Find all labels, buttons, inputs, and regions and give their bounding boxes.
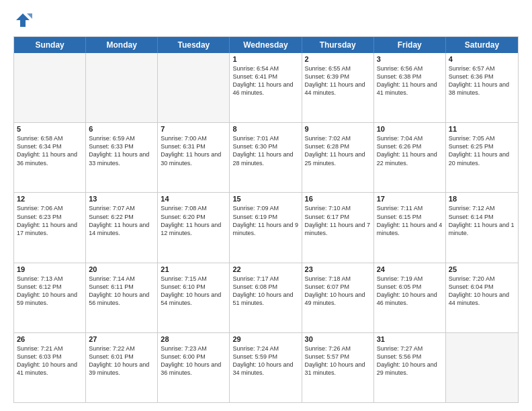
- calendar-cell: 15Sunrise: 7:09 AM Sunset: 6:19 PM Dayli…: [230, 193, 302, 262]
- day-number: 1: [232, 55, 298, 63]
- calendar-cell: 19Sunrise: 7:13 AM Sunset: 6:12 PM Dayli…: [14, 263, 86, 332]
- day-number: 11: [449, 125, 515, 133]
- day-number: 20: [89, 265, 154, 273]
- cell-info: Sunrise: 7:26 AM Sunset: 5:57 PM Dayligh…: [305, 345, 371, 377]
- day-number: 19: [17, 265, 83, 273]
- calendar-cell: 7Sunrise: 7:00 AM Sunset: 6:31 PM Daylig…: [158, 123, 230, 192]
- calendar-cell: 20Sunrise: 7:14 AM Sunset: 6:11 PM Dayli…: [86, 263, 158, 332]
- calendar-cell: 12Sunrise: 7:06 AM Sunset: 6:23 PM Dayli…: [14, 193, 86, 262]
- day-number: 9: [305, 125, 371, 133]
- cell-info: Sunrise: 7:08 AM Sunset: 6:20 PM Dayligh…: [161, 204, 226, 237]
- calendar-cell: 10Sunrise: 7:04 AM Sunset: 6:26 PM Dayli…: [374, 123, 446, 192]
- cell-info: Sunrise: 7:12 AM Sunset: 6:14 PM Dayligh…: [449, 204, 515, 237]
- weekday-header: Saturday: [446, 37, 518, 53]
- cell-info: Sunrise: 7:20 AM Sunset: 6:04 PM Dayligh…: [449, 275, 515, 308]
- cell-info: Sunrise: 7:05 AM Sunset: 6:25 PM Dayligh…: [449, 134, 515, 167]
- day-number: 12: [17, 195, 83, 203]
- cell-info: Sunrise: 7:27 AM Sunset: 5:56 PM Dayligh…: [377, 345, 443, 377]
- day-number: 6: [89, 125, 154, 133]
- calendar-cell: 17Sunrise: 7:11 AM Sunset: 6:15 PM Dayli…: [374, 193, 446, 262]
- calendar-row: 19Sunrise: 7:13 AM Sunset: 6:12 PM Dayli…: [14, 263, 518, 333]
- cell-info: Sunrise: 7:11 AM Sunset: 6:15 PM Dayligh…: [377, 204, 443, 237]
- calendar-cell: 23Sunrise: 7:18 AM Sunset: 6:07 PM Dayli…: [302, 263, 374, 332]
- cell-info: Sunrise: 7:17 AM Sunset: 6:08 PM Dayligh…: [232, 275, 298, 308]
- day-number: 16: [305, 195, 371, 203]
- cell-info: Sunrise: 7:22 AM Sunset: 6:01 PM Dayligh…: [89, 345, 154, 377]
- weekday-header: Tuesday: [158, 37, 230, 53]
- calendar-row: 26Sunrise: 7:21 AM Sunset: 6:03 PM Dayli…: [14, 333, 518, 402]
- cell-info: Sunrise: 7:15 AM Sunset: 6:10 PM Dayligh…: [161, 275, 226, 308]
- cell-info: Sunrise: 7:23 AM Sunset: 6:00 PM Dayligh…: [161, 345, 226, 377]
- cell-info: Sunrise: 6:54 AM Sunset: 6:41 PM Dayligh…: [232, 64, 298, 97]
- day-number: 28: [161, 335, 226, 343]
- calendar-cell: 11Sunrise: 7:05 AM Sunset: 6:25 PM Dayli…: [446, 123, 518, 192]
- cell-info: Sunrise: 6:58 AM Sunset: 6:34 PM Dayligh…: [17, 134, 83, 167]
- cell-info: Sunrise: 7:13 AM Sunset: 6:12 PM Dayligh…: [17, 275, 83, 308]
- weekday-header: Wednesday: [230, 37, 302, 53]
- day-number: 18: [449, 195, 515, 203]
- calendar-cell: 5Sunrise: 6:58 AM Sunset: 6:34 PM Daylig…: [14, 123, 86, 192]
- calendar-cell: 14Sunrise: 7:08 AM Sunset: 6:20 PM Dayli…: [158, 193, 230, 262]
- cell-info: Sunrise: 7:18 AM Sunset: 6:07 PM Dayligh…: [305, 275, 371, 308]
- day-number: 13: [89, 195, 154, 203]
- calendar-cell: 3Sunrise: 6:56 AM Sunset: 6:38 PM Daylig…: [374, 53, 446, 122]
- day-number: 15: [232, 195, 298, 203]
- cell-info: Sunrise: 6:56 AM Sunset: 6:38 PM Dayligh…: [377, 64, 443, 97]
- calendar-row: 12Sunrise: 7:06 AM Sunset: 6:23 PM Dayli…: [14, 193, 518, 263]
- calendar-cell: 27Sunrise: 7:22 AM Sunset: 6:01 PM Dayli…: [86, 333, 158, 402]
- cell-info: Sunrise: 7:01 AM Sunset: 6:30 PM Dayligh…: [232, 134, 298, 167]
- page: SundayMondayTuesdayWednesdayThursdayFrid…: [0, 0, 532, 411]
- cell-info: Sunrise: 6:57 AM Sunset: 6:36 PM Dayligh…: [449, 64, 515, 97]
- weekday-header: Friday: [374, 37, 446, 53]
- day-number: 23: [305, 265, 371, 273]
- day-number: 4: [449, 55, 515, 63]
- day-number: 7: [161, 125, 226, 133]
- day-number: 3: [377, 55, 443, 63]
- cell-info: Sunrise: 7:02 AM Sunset: 6:28 PM Dayligh…: [305, 134, 371, 167]
- weekday-header: Monday: [86, 37, 158, 53]
- calendar-header: SundayMondayTuesdayWednesdayThursdayFrid…: [14, 37, 518, 53]
- calendar-cell: 28Sunrise: 7:23 AM Sunset: 6:00 PM Dayli…: [158, 333, 230, 402]
- day-number: 21: [161, 265, 226, 273]
- day-number: 8: [232, 125, 298, 133]
- cell-info: Sunrise: 6:59 AM Sunset: 6:33 PM Dayligh…: [89, 134, 154, 167]
- cell-info: Sunrise: 7:06 AM Sunset: 6:23 PM Dayligh…: [17, 204, 83, 237]
- calendar-cell: 1Sunrise: 6:54 AM Sunset: 6:41 PM Daylig…: [230, 53, 302, 122]
- calendar-cell: 13Sunrise: 7:07 AM Sunset: 6:22 PM Dayli…: [86, 193, 158, 262]
- day-number: 5: [17, 125, 83, 133]
- calendar-cell: 24Sunrise: 7:19 AM Sunset: 6:05 PM Dayli…: [374, 263, 446, 332]
- calendar-cell: [158, 53, 230, 122]
- day-number: 25: [449, 265, 515, 273]
- day-number: 22: [232, 265, 298, 273]
- day-number: 29: [232, 335, 298, 343]
- calendar-cell: 6Sunrise: 6:59 AM Sunset: 6:33 PM Daylig…: [86, 123, 158, 192]
- day-number: 10: [377, 125, 443, 133]
- calendar-body: 1Sunrise: 6:54 AM Sunset: 6:41 PM Daylig…: [14, 53, 518, 402]
- cell-info: Sunrise: 7:14 AM Sunset: 6:11 PM Dayligh…: [89, 275, 154, 308]
- calendar-row: 1Sunrise: 6:54 AM Sunset: 6:41 PM Daylig…: [14, 53, 518, 123]
- cell-info: Sunrise: 7:21 AM Sunset: 6:03 PM Dayligh…: [17, 345, 83, 377]
- day-number: 31: [377, 335, 443, 343]
- calendar-cell: 26Sunrise: 7:21 AM Sunset: 6:03 PM Dayli…: [14, 333, 86, 402]
- calendar-cell: [86, 53, 158, 122]
- cell-info: Sunrise: 7:04 AM Sunset: 6:26 PM Dayligh…: [377, 134, 443, 167]
- calendar-cell: 16Sunrise: 7:10 AM Sunset: 6:17 PM Dayli…: [302, 193, 374, 262]
- calendar-cell: [14, 53, 86, 122]
- calendar-cell: 4Sunrise: 6:57 AM Sunset: 6:36 PM Daylig…: [446, 53, 518, 122]
- day-number: 14: [161, 195, 226, 203]
- svg-marker-0: [16, 13, 30, 27]
- logo-icon: [13, 11, 32, 30]
- cell-info: Sunrise: 7:24 AM Sunset: 5:59 PM Dayligh…: [232, 345, 298, 377]
- weekday-header: Sunday: [14, 37, 86, 53]
- calendar-row: 5Sunrise: 6:58 AM Sunset: 6:34 PM Daylig…: [14, 123, 518, 193]
- calendar-cell: 2Sunrise: 6:55 AM Sunset: 6:39 PM Daylig…: [302, 53, 374, 122]
- calendar-cell: 31Sunrise: 7:27 AM Sunset: 5:56 PM Dayli…: [374, 333, 446, 402]
- cell-info: Sunrise: 7:00 AM Sunset: 6:31 PM Dayligh…: [161, 134, 226, 167]
- day-number: 24: [377, 265, 443, 273]
- header: [13, 11, 519, 30]
- day-number: 27: [89, 335, 154, 343]
- calendar-cell: 21Sunrise: 7:15 AM Sunset: 6:10 PM Dayli…: [158, 263, 230, 332]
- cell-info: Sunrise: 7:09 AM Sunset: 6:19 PM Dayligh…: [232, 204, 298, 237]
- day-number: 17: [377, 195, 443, 203]
- calendar-cell: [446, 333, 518, 402]
